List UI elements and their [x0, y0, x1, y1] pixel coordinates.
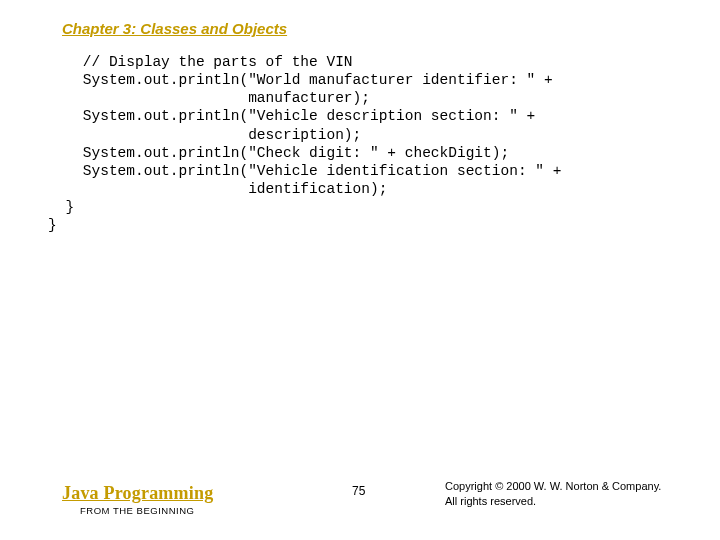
book-main-title: Java Programming: [62, 483, 213, 504]
code-block: // Display the parts of the VIN System.o…: [48, 53, 672, 234]
slide: Chapter 3: Classes and Objects // Displa…: [0, 0, 720, 540]
copyright-line-2: All rights reserved.: [445, 494, 661, 508]
chapter-title: Chapter 3: Classes and Objects: [62, 20, 672, 37]
book-title: Java Programming FROM THE BEGINNING: [62, 483, 213, 516]
page-number: 75: [352, 484, 365, 498]
book-subtitle: FROM THE BEGINNING: [80, 505, 213, 516]
copyright-line-1: Copyright © 2000 W. W. Norton & Company.: [445, 479, 661, 493]
copyright: Copyright © 2000 W. W. Norton & Company.…: [445, 479, 661, 508]
